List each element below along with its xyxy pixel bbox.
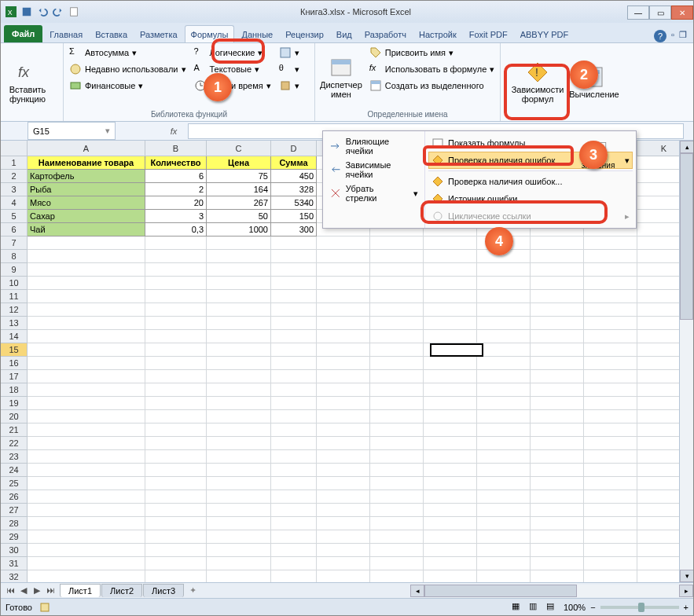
cell[interactable] xyxy=(477,530,531,544)
cell[interactable] xyxy=(584,557,637,570)
remove-arrows-item[interactable]: Убрать стрелки▾ xyxy=(326,182,421,205)
cell[interactable] xyxy=(317,290,370,303)
cell[interactable] xyxy=(145,570,207,582)
cell[interactable] xyxy=(370,490,424,504)
cell[interactable] xyxy=(531,250,584,263)
cell[interactable]: 5340 xyxy=(271,196,317,210)
cell[interactable] xyxy=(207,397,271,410)
cell[interactable] xyxy=(584,450,637,464)
cell[interactable] xyxy=(531,450,584,464)
save-icon[interactable] xyxy=(21,6,32,17)
cell[interactable] xyxy=(531,517,584,530)
cell[interactable] xyxy=(584,317,637,330)
cell[interactable] xyxy=(531,370,584,383)
tab-view[interactable]: Вид xyxy=(331,26,358,42)
cell[interactable] xyxy=(28,330,145,343)
row-header-3[interactable]: 3 xyxy=(1,183,28,196)
cell[interactable] xyxy=(584,357,637,370)
cell[interactable] xyxy=(317,410,370,424)
cell[interactable] xyxy=(424,517,477,530)
cell[interactable] xyxy=(370,504,424,517)
cell[interactable] xyxy=(28,370,145,383)
tab-addins[interactable]: Настройк xyxy=(413,26,462,42)
row-header-28[interactable]: 28 xyxy=(1,517,28,530)
cell[interactable] xyxy=(145,290,207,303)
cell[interactable] xyxy=(531,530,584,544)
cell[interactable] xyxy=(271,504,317,517)
row-header-7[interactable]: 7 xyxy=(1,236,28,250)
cell[interactable] xyxy=(317,517,370,530)
cell[interactable] xyxy=(584,263,637,277)
cell[interactable] xyxy=(207,277,271,290)
zoom-out-button[interactable]: − xyxy=(590,603,595,612)
macro-icon[interactable] xyxy=(39,601,51,614)
cell[interactable] xyxy=(584,570,637,582)
cell[interactable] xyxy=(584,477,637,490)
tab-home[interactable]: Главная xyxy=(44,26,88,42)
cell[interactable] xyxy=(145,383,207,397)
cell[interactable] xyxy=(28,397,145,410)
cell[interactable] xyxy=(207,263,271,277)
row-header-27[interactable]: 27 xyxy=(1,504,28,517)
cell[interactable] xyxy=(145,277,207,290)
cell[interactable] xyxy=(28,250,145,263)
cell[interactable] xyxy=(28,504,145,517)
row-header-9[interactable]: 9 xyxy=(1,263,28,277)
cell[interactable] xyxy=(317,424,370,437)
cell[interactable] xyxy=(145,263,207,277)
cell[interactable] xyxy=(370,410,424,424)
row-header-16[interactable]: 16 xyxy=(1,357,28,370)
trace-error-item[interactable]: Источник ошибки xyxy=(428,190,633,207)
cell[interactable] xyxy=(424,544,477,557)
cell[interactable] xyxy=(317,263,370,277)
cell[interactable]: Сумма xyxy=(271,156,317,170)
cell[interactable] xyxy=(424,410,477,424)
cell[interactable] xyxy=(28,263,145,277)
cell[interactable] xyxy=(584,343,637,357)
cell[interactable] xyxy=(207,383,271,397)
cell[interactable] xyxy=(370,290,424,303)
cell[interactable] xyxy=(424,557,477,570)
logical-button[interactable]: ?Логические▾ xyxy=(192,45,274,60)
cell[interactable] xyxy=(370,383,424,397)
cell[interactable] xyxy=(584,250,637,263)
cell[interactable] xyxy=(28,357,145,370)
tab-insert[interactable]: Вставка xyxy=(90,26,133,42)
cell[interactable] xyxy=(317,303,370,317)
cell[interactable] xyxy=(271,343,317,357)
cell[interactable] xyxy=(531,290,584,303)
undo-icon[interactable] xyxy=(37,6,48,17)
cell[interactable] xyxy=(28,517,145,530)
cell[interactable] xyxy=(145,450,207,464)
text-button[interactable]: AТекстовые▾ xyxy=(192,61,274,77)
cell[interactable] xyxy=(28,410,145,424)
cell[interactable] xyxy=(531,570,584,582)
cell[interactable] xyxy=(370,450,424,464)
cell[interactable]: 267 xyxy=(207,196,271,210)
cell[interactable] xyxy=(531,437,584,450)
cell[interactable] xyxy=(584,517,637,530)
cell[interactable] xyxy=(477,450,531,464)
cell[interactable] xyxy=(271,263,317,277)
cell[interactable] xyxy=(531,236,584,250)
more-functions-button[interactable]: ▾ xyxy=(277,78,302,94)
create-from-selection-button[interactable]: Создать из выделенного xyxy=(367,78,498,94)
cell[interactable] xyxy=(424,290,477,303)
cell[interactable]: 6 xyxy=(145,170,207,183)
cell[interactable] xyxy=(370,343,424,357)
column-header-A[interactable]: A xyxy=(28,141,145,156)
cell[interactable] xyxy=(207,424,271,437)
cell[interactable] xyxy=(28,570,145,582)
cell[interactable] xyxy=(145,303,207,317)
cell[interactable] xyxy=(28,317,145,330)
cell[interactable] xyxy=(271,450,317,464)
cell[interactable] xyxy=(28,437,145,450)
cell[interactable] xyxy=(370,317,424,330)
cell[interactable] xyxy=(317,250,370,263)
cell[interactable] xyxy=(370,477,424,490)
row-header-20[interactable]: 20 xyxy=(1,410,28,424)
cell[interactable] xyxy=(370,263,424,277)
cell[interactable] xyxy=(317,464,370,477)
cell[interactable] xyxy=(477,490,531,504)
name-box[interactable]: G15▾ xyxy=(28,122,116,140)
